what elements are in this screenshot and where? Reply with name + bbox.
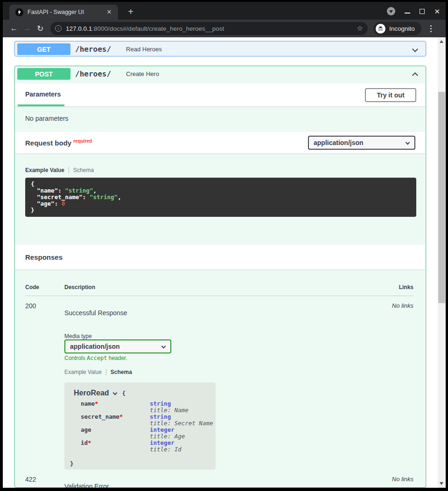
- model-field-row: secret_name* stringtitle: Secret Name: [81, 414, 216, 427]
- maximize-button[interactable]: [420, 9, 425, 14]
- get-path: /heroes/: [75, 45, 111, 54]
- controls-accept-note: Controls Accept header.: [64, 355, 127, 361]
- request-media-type-select[interactable]: application/json: [308, 136, 415, 150]
- request-example-code[interactable]: { "name": "string", "secret_name": "stri…: [25, 178, 416, 217]
- model-close-brace: }: [70, 460, 216, 467]
- response-200-links: No links: [392, 302, 413, 309]
- col-header-links: Links: [399, 284, 413, 290]
- response-200-description: Successful Response: [64, 309, 127, 317]
- minimize-button[interactable]: [405, 13, 410, 14]
- request-body-label: Request bodyrequired: [25, 138, 92, 147]
- response-422-links: No links: [392, 476, 413, 483]
- url-host: 127.0.0.1: [66, 25, 92, 32]
- bookmark-star-icon[interactable]: ☆: [357, 24, 363, 33]
- get-summary: Read Heroes: [126, 46, 162, 53]
- try-it-out-button[interactable]: Try it out: [365, 88, 416, 102]
- response-media-type-select[interactable]: application/json: [64, 339, 171, 353]
- request-model-tabs: Example Value Schema: [25, 167, 94, 173]
- required-star: *: [119, 413, 123, 420]
- model-field-row: id* integertitle: Id: [81, 440, 216, 453]
- required-star: *: [88, 439, 91, 446]
- tab-close-icon[interactable]: ✕: [105, 8, 113, 16]
- request-body-section-header: Request bodyrequired application/json: [15, 132, 426, 153]
- parameters-section-header: Parameters Try it out: [15, 83, 426, 106]
- required-star: *: [95, 400, 98, 407]
- response-media-type-value: application/json: [70, 343, 120, 350]
- page-scrollbar[interactable]: [438, 37, 446, 488]
- tab-divider: [69, 167, 69, 173]
- scrollbar-thumb[interactable]: [438, 92, 445, 303]
- opblock-get-header[interactable]: GET /heroes/ Read Heroes: [15, 41, 426, 57]
- scroll-down-icon[interactable]: [440, 482, 443, 485]
- tab-parameters: Parameters: [18, 83, 64, 106]
- new-tab-button[interactable]: +: [125, 7, 136, 18]
- table-header-divider: [25, 296, 413, 296]
- tab-schema[interactable]: Schema: [73, 167, 94, 173]
- col-header-code: Code: [25, 284, 39, 290]
- address-bar[interactable]: i 127.0.0.1:8000/docs#/default/create_he…: [50, 22, 368, 35]
- url-path: :8000/docs#/default/create_hero_heroes__…: [92, 25, 224, 32]
- model-open-brace: {: [122, 390, 126, 397]
- site-info-icon[interactable]: i: [55, 25, 62, 32]
- model-title-row[interactable]: HeroRead {: [74, 389, 216, 397]
- swagger-page: GET /heroes/ Read Heroes POST /heroes/ C…: [3, 37, 446, 488]
- back-icon[interactable]: ←: [7, 24, 21, 33]
- incognito-icon: [376, 24, 385, 34]
- get-method-badge: GET: [17, 43, 70, 55]
- tab-schema[interactable]: Schema: [111, 369, 132, 375]
- required-flag: required: [73, 138, 92, 144]
- browser-toolbar: ← → ↻ i 127.0.0.1:8000/docs#/default/cre…: [3, 20, 446, 37]
- post-summary: Create Hero: [126, 70, 159, 77]
- tab-title: FastAPI - Swagger UI: [28, 9, 105, 15]
- incognito-badge: Incognito: [373, 22, 421, 35]
- model-field-row: age integertitle: Age: [81, 427, 216, 440]
- browser-menu-icon[interactable]: [427, 25, 436, 32]
- response-422-code: 422: [25, 476, 36, 483]
- forward-icon[interactable]: →: [21, 24, 34, 33]
- response-200-code: 200: [25, 302, 36, 310]
- select-chevron-icon: [161, 344, 166, 349]
- response-model-tabs: Example Value Schema: [64, 369, 132, 375]
- window-close-button[interactable]: ✕: [434, 8, 440, 15]
- request-media-type-value: application/json: [314, 139, 364, 146]
- model-name: HeroRead: [74, 389, 109, 397]
- tab-example-value[interactable]: Example Value: [64, 369, 102, 375]
- scroll-up-icon[interactable]: [440, 40, 443, 43]
- opblock-get-heroes[interactable]: GET /heroes/ Read Heroes: [14, 41, 426, 56]
- tab-divider: [106, 369, 106, 375]
- opblock-post-heroes: POST /heroes/ Create Hero Parameters Try…: [14, 66, 426, 488]
- browser-window: FastAPI - Swagger UI ✕ + ✕ ← → ↻ i 127.0…: [0, 0, 448, 491]
- media-type-label: Media type: [64, 333, 92, 339]
- col-header-description: Description: [64, 284, 95, 290]
- opblock-post-header[interactable]: POST /heroes/ Create Hero: [15, 66, 426, 82]
- model-fields: name* stringtitle: Name secret_name* str…: [81, 401, 216, 453]
- no-parameters-text: No parameters: [25, 115, 69, 122]
- browser-tab[interactable]: FastAPI - Swagger UI ✕: [9, 5, 118, 20]
- parameters-title: Parameters: [25, 90, 64, 98]
- tab-example-value[interactable]: Example Value: [25, 167, 64, 173]
- post-path: /heroes/: [75, 69, 111, 78]
- model-field-row: name* stringtitle: Name: [81, 401, 216, 414]
- reload-icon[interactable]: ↻: [34, 24, 47, 34]
- post-method-badge: POST: [17, 68, 70, 80]
- response-422-description: Validation Error: [64, 483, 109, 488]
- responses-title: Responses: [25, 253, 63, 261]
- browser-titlebar: FastAPI - Swagger UI ✕ + ✕: [3, 2, 446, 20]
- responses-section-header: Responses: [15, 245, 426, 270]
- model-chevron-down-icon[interactable]: [112, 390, 117, 395]
- select-chevron-icon: [406, 140, 410, 145]
- heroread-model-box: HeroRead { name* stringtitle: Name secre…: [64, 382, 216, 470]
- url-text[interactable]: 127.0.0.1:8000/docs#/default/create_hero…: [66, 25, 353, 32]
- tab-search-icon[interactable]: [387, 7, 395, 15]
- fastapi-favicon-icon: [15, 8, 23, 16]
- incognito-label: Incognito: [389, 25, 415, 32]
